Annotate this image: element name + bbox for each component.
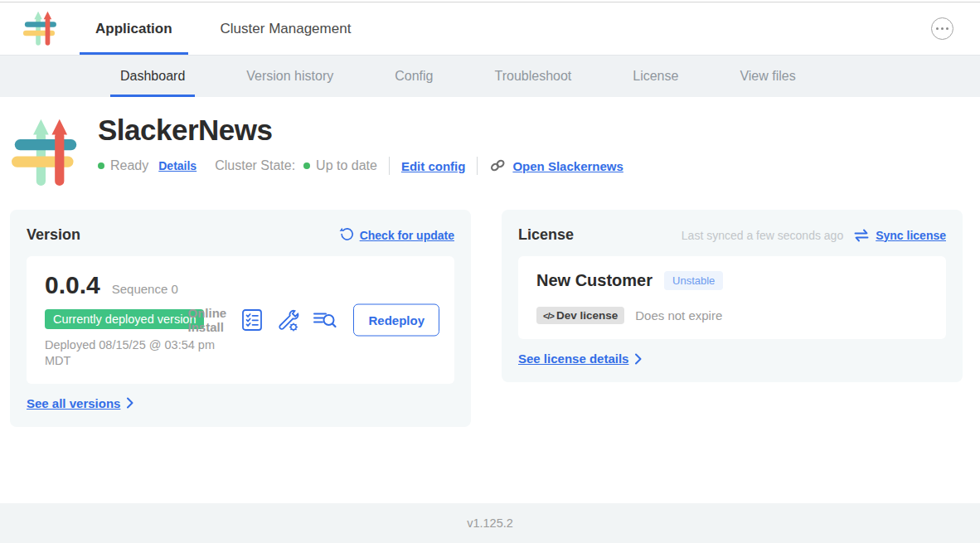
check-for-update-link[interactable]: Check for update	[338, 227, 454, 243]
slackernews-logo-large	[12, 112, 80, 192]
license-card: License Last synced a few seconds ago Sy…	[502, 210, 963, 382]
sync-license-link[interactable]: Sync license	[853, 228, 946, 243]
open-app-link[interactable]: Open Slackernews	[489, 159, 623, 173]
status-details-link[interactable]: Details	[158, 159, 196, 172]
tab-cluster-management-label: Cluster Management	[221, 21, 352, 37]
page-title: SlackerNews	[98, 114, 623, 147]
tab-troubleshoot-label: Troubleshoot	[494, 69, 571, 84]
tab-license[interactable]: License	[623, 56, 688, 97]
chevron-right-icon	[126, 397, 133, 409]
last-synced-text: Last synced a few seconds ago	[682, 229, 843, 242]
cluster-state-value: Up to date	[316, 158, 377, 173]
channel-badge: Unstable	[664, 271, 723, 290]
license-card-title: License	[518, 226, 574, 244]
tab-config[interactable]: Config	[385, 56, 443, 97]
version-card-title: Version	[27, 226, 80, 244]
tab-cluster-management[interactable]: Cluster Management	[205, 2, 367, 55]
version-card: Version Check for update 0.0.4 Sequence …	[10, 210, 471, 427]
current-version-panel: 0.0.4 Sequence 0 Currently deployed vers…	[27, 256, 454, 384]
top-nav: Application Cluster Management	[0, 2, 980, 56]
tab-troubleshoot[interactable]: Troubleshoot	[484, 56, 581, 97]
deployed-timestamp: Deployed 08/15/25 @ 03:54 pm MDT	[45, 337, 223, 369]
nav-spacer	[366, 2, 931, 55]
app-sub-nav: Dashboard Version history Config Trouble…	[0, 56, 980, 97]
license-type-label: Dev license	[556, 309, 618, 322]
view-logs-icon[interactable]	[312, 309, 337, 331]
open-app-link-label: Open Slackernews	[512, 159, 623, 173]
console-footer: v1.125.2	[0, 503, 980, 543]
chevron-right-icon	[634, 353, 642, 365]
app-status-row: Ready Details Cluster State: Up to date …	[98, 157, 623, 175]
more-options-icon[interactable]	[931, 17, 953, 40]
install-type-label: Online Install	[187, 306, 229, 335]
redeploy-button[interactable]: Redeploy	[353, 303, 439, 336]
tab-view-files[interactable]: View files	[730, 56, 805, 97]
main-content: SlackerNews Ready Details Cluster State:…	[0, 97, 980, 503]
code-icon: </>	[543, 311, 554, 321]
tab-version-history-label: Version history	[246, 69, 333, 84]
tab-application[interactable]: Application	[80, 2, 188, 55]
config-wrench-icon[interactable]	[276, 308, 299, 332]
refresh-icon	[338, 227, 354, 243]
app-status-dot	[98, 162, 104, 169]
edit-config-link[interactable]: Edit config	[401, 159, 466, 173]
tab-dashboard-label: Dashboard	[120, 69, 185, 84]
slackernews-logo-icon	[23, 9, 60, 49]
app-header: SlackerNews Ready Details Cluster State:…	[12, 110, 980, 192]
cluster-state-label: Cluster State:	[215, 158, 295, 173]
deployed-status-badge: Currently deployed version	[45, 309, 204, 329]
sync-license-label: Sync license	[876, 229, 946, 242]
check-for-update-label: Check for update	[360, 229, 454, 242]
preflight-checks-icon[interactable]	[241, 308, 264, 332]
cluster-state-dot	[303, 162, 310, 169]
app-status-text: Ready	[110, 158, 148, 173]
sync-icon	[853, 228, 870, 243]
divider	[389, 157, 390, 175]
admin-console-page: Application Cluster Management Dashboard…	[0, 0, 980, 543]
license-detail-panel: New Customer Unstable </> Dev license Do…	[518, 256, 946, 339]
customer-name: New Customer	[536, 271, 653, 290]
see-license-details-link[interactable]: See license details	[518, 351, 628, 366]
console-version: v1.125.2	[467, 516, 513, 530]
tab-license-label: License	[633, 69, 678, 84]
tab-view-files-label: View files	[740, 69, 795, 84]
version-number: 0.0.4	[45, 271, 100, 299]
chain-link-icon	[489, 159, 507, 172]
tab-dashboard[interactable]: Dashboard	[110, 56, 195, 97]
tab-application-label: Application	[95, 21, 172, 37]
license-type-badge: </> Dev license	[536, 307, 624, 324]
see-all-versions-link[interactable]: See all versions	[27, 396, 120, 410]
license-expiry-text: Does not expire	[635, 308, 722, 322]
divider	[477, 157, 478, 175]
nav-app-logo[interactable]	[0, 2, 80, 55]
tab-config-label: Config	[395, 69, 433, 84]
version-sequence: Sequence 0	[112, 282, 178, 296]
tab-version-history[interactable]: Version history	[236, 56, 343, 97]
